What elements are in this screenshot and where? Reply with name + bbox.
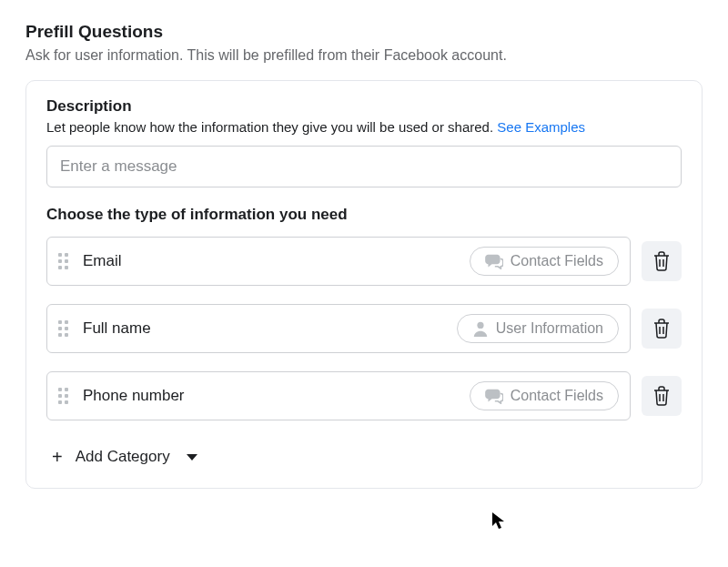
- chevron-down-icon: [187, 454, 197, 461]
- see-examples-link[interactable]: See Examples: [497, 119, 585, 135]
- trash-icon: [652, 319, 671, 339]
- description-help-text: Let people know how the information they…: [46, 119, 497, 135]
- field-label: Phone number: [83, 387, 185, 405]
- delete-button[interactable]: [642, 309, 682, 349]
- prefill-card: Description Let people know how the info…: [25, 80, 703, 489]
- delete-button[interactable]: [642, 376, 682, 416]
- field-box: Phone number Contact Fields: [46, 371, 631, 420]
- field-box: Full name User Information: [46, 304, 631, 353]
- add-category-label: Add Category: [76, 448, 170, 466]
- delete-button[interactable]: [642, 241, 682, 281]
- field-item: Phone number Contact Fields: [46, 371, 682, 420]
- chat-icon: [485, 253, 503, 269]
- field-item: Full name User Information: [46, 304, 682, 353]
- user-icon: [472, 320, 489, 337]
- category-label: User Information: [496, 320, 603, 337]
- category-label: Contact Fields: [511, 388, 603, 404]
- trash-icon: [652, 386, 671, 406]
- category-pill: Contact Fields: [470, 381, 619, 410]
- description-help: Let people know how the information they…: [46, 119, 682, 135]
- page-subtitle: Ask for user information. This will be p…: [25, 47, 703, 64]
- page-title: Prefill Questions: [25, 22, 703, 42]
- field-label: Full name: [83, 319, 151, 338]
- field-item: Email Contact Fields: [46, 237, 682, 286]
- chat-icon: [485, 388, 503, 404]
- category-pill: User Information: [457, 314, 619, 343]
- choose-heading: Choose the type of information you need: [46, 206, 682, 224]
- svg-point-0: [477, 322, 483, 329]
- drag-handle-icon[interactable]: [58, 253, 68, 269]
- category-pill: Contact Fields: [470, 247, 619, 276]
- field-label: Email: [83, 252, 122, 270]
- drag-handle-icon[interactable]: [58, 388, 68, 404]
- trash-icon: [652, 251, 671, 271]
- add-category-button[interactable]: + Add Category: [46, 439, 203, 470]
- category-label: Contact Fields: [511, 253, 603, 269]
- drag-handle-icon[interactable]: [58, 320, 68, 337]
- plus-icon: +: [52, 448, 63, 466]
- field-box: Email Contact Fields: [46, 237, 631, 286]
- description-heading: Description: [46, 97, 682, 116]
- description-input[interactable]: [46, 146, 682, 187]
